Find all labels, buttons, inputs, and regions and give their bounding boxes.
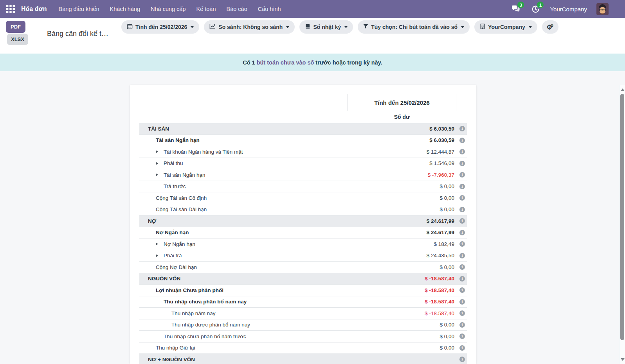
app-name[interactable]: Hóa đơn [21, 5, 47, 13]
info-icon[interactable]: i [459, 334, 465, 339]
info-icon[interactable]: i [459, 218, 465, 224]
nav-item-vendors[interactable]: Nhà cung cấp [151, 6, 186, 12]
row-value: $ 0,00 [439, 322, 454, 328]
info-banner: Có 1 bút toán chưa vào sổ trước hoặc tro… [0, 54, 625, 71]
user-avatar[interactable] [596, 3, 609, 15]
user-company-name[interactable]: YourCompany [550, 6, 587, 13]
chevron-down-icon [529, 26, 532, 28]
row-value: $ -18.587,40 [425, 310, 454, 316]
unposted-entries-link[interactable]: bút toán chưa vào sổ [257, 59, 314, 66]
info-icon[interactable]: i [459, 345, 465, 351]
report-row[interactable]: Thu nhập chưa phân bổ năm trước$ 0,00i [139, 331, 467, 342]
report-row[interactable]: Tài sản Ngắn hạn$ -7.960,37i [139, 169, 467, 181]
row-label: Nợ Ngắn hạn [156, 230, 427, 235]
activities-clock-icon[interactable]: 1 [530, 4, 540, 14]
row-value: $ 0,00 [439, 183, 454, 189]
apps-grid-icon[interactable] [4, 2, 17, 16]
report-row[interactable]: Thu nhập năm nay$ -18.587,40i [139, 308, 467, 319]
row-value: $ -18.587,40 [425, 287, 454, 293]
settings-button[interactable]: ⚙⚙ [542, 20, 558, 34]
info-icon[interactable]: i [459, 207, 465, 212]
report-row[interactable]: NGUỒN VỐN$ -18.587,40i [139, 273, 467, 285]
comparison-filter-button[interactable]: So sánh: Không so sánh [204, 20, 295, 34]
info-icon[interactable]: i [459, 299, 465, 305]
info-icon[interactable]: i [459, 149, 465, 154]
date-filter-button[interactable]: Tính đến 25/02/2026 [121, 20, 199, 34]
report-row[interactable]: Lợi nhuận Chưa phân phối$ -18.587,40i [139, 285, 467, 296]
report-row[interactable]: Trả trước$ 0,00i [139, 181, 467, 193]
report-row[interactable]: Phải thu$ 1.546,09i [139, 158, 467, 170]
row-label: Tài khoản Ngân hàng và Tiền mặt [164, 149, 427, 155]
report-row[interactable]: TÀI SẢN$ 6.030,59i [139, 123, 467, 135]
messages-icon[interactable]: 3 [511, 4, 521, 14]
row-label: Thu nhập chưa phân bổ năm trước [164, 334, 439, 339]
control-panel: PDF XLSX Bảng cân đối kế t… Tính đến 25/… [0, 18, 625, 54]
report-row[interactable]: NỢ$ 24.617,99i [139, 215, 467, 227]
info-icon[interactable]: i [459, 230, 465, 235]
info-icon[interactable]: i [459, 161, 465, 166]
report-row[interactable]: NỢ + NGUỒN VỐNi [139, 354, 467, 364]
expand-caret-icon[interactable] [156, 150, 158, 153]
report-row[interactable]: Cộng Tài sản Dài hạn$ 0,00i [139, 204, 467, 216]
info-icon[interactable]: i [459, 126, 465, 131]
report-row[interactable]: Thu nhập chưa phân bổ năm nay$ -18.587,4… [139, 296, 467, 308]
row-value: $ 6.030,59 [429, 126, 454, 132]
info-icon[interactable]: i [459, 241, 465, 247]
scroll-up-arrow-icon[interactable] [621, 88, 625, 91]
nav-item-configuration[interactable]: Cấu hình [258, 6, 281, 12]
nav-item-accounting[interactable]: Kế toán [196, 6, 216, 12]
row-value: $ 0,00 [439, 206, 454, 212]
scrollbar-thumb[interactable] [620, 94, 624, 340]
expand-caret-icon[interactable] [156, 173, 158, 176]
report-row[interactable]: Thu nhập được phân bổ năm nay$ 0,00i [139, 319, 467, 331]
info-icon[interactable]: i [459, 310, 465, 316]
info-icon[interactable]: i [459, 357, 465, 362]
expand-caret-icon[interactable] [156, 162, 158, 165]
expand-caret-icon[interactable] [156, 242, 158, 246]
report-row[interactable]: Nợ Ngắn hạn$ 24.617,99i [139, 227, 467, 239]
navbar-right: 3 1 YourCompany [511, 3, 609, 15]
pdf-button[interactable]: PDF [6, 21, 25, 33]
funnel-icon [363, 24, 368, 30]
options-filter-button[interactable]: Tùy chọn: Chỉ bút toán đã vào sổ [358, 20, 470, 34]
xlsx-button[interactable]: XLSX [7, 34, 28, 45]
report-row[interactable]: Tài sản Ngắn hạn$ 6.030,59i [139, 135, 467, 147]
company-selector-button[interactable]: YourCompany [474, 20, 537, 34]
info-icon[interactable]: i [459, 264, 465, 270]
info-icon[interactable]: i [459, 253, 465, 258]
info-icon[interactable]: i [459, 184, 465, 189]
report-row[interactable]: Tài khoản Ngân hàng và Tiền mặt$ 12.444,… [139, 146, 467, 158]
row-label: Phải trả [164, 253, 427, 258]
row-label: Thu nhập năm nay [171, 310, 425, 316]
report-rows: TÀI SẢN$ 6.030,59iTài sản Ngắn hạn$ 6.03… [139, 123, 467, 364]
info-icon[interactable]: i [459, 195, 465, 201]
info-icon[interactable]: i [459, 138, 465, 143]
report-row[interactable]: Nợ Ngắn hạn$ 182,49i [139, 238, 467, 250]
report-row[interactable]: Phải trả$ 24.435,50i [139, 250, 467, 262]
activities-badge: 1 [537, 2, 544, 8]
row-label: Cộng Tài sản Dài hạn [156, 206, 439, 212]
report-row[interactable]: Thu nhập Giữ lại$ 0,00i [139, 342, 467, 354]
nav-item-dashboard[interactable]: Bảng điều khiển [59, 6, 99, 12]
scroll-down-arrow-icon[interactable] [621, 358, 625, 361]
journals-filter-button[interactable]: Sổ nhật ký [299, 20, 353, 34]
report-row[interactable]: Cộng Nợ Dài hạn$ 0,00i [139, 262, 467, 273]
date-filter-label: Tính đến 25/02/2026 [135, 24, 187, 30]
nav-item-reporting[interactable]: Báo cáo [226, 6, 247, 12]
info-icon[interactable]: i [459, 322, 465, 328]
row-value: $ 12.444,87 [427, 149, 454, 155]
vertical-scrollbar[interactable] [619, 85, 625, 364]
nav-item-customers[interactable]: Khách hàng [110, 6, 140, 12]
info-icon[interactable]: i [459, 276, 465, 282]
expand-caret-icon[interactable] [156, 254, 158, 257]
chevron-down-icon [191, 26, 194, 28]
export-buttons: PDF XLSX [6, 21, 28, 45]
journals-filter-label: Sổ nhật ký [313, 24, 341, 30]
info-icon[interactable]: i [459, 287, 465, 293]
row-value: $ 0,00 [439, 345, 454, 351]
row-value: $ -18.587,40 [425, 299, 454, 305]
report-row[interactable]: Cộng Tài sản Cố định$ 0,00i [139, 192, 467, 204]
row-value: $ 0,00 [439, 264, 454, 270]
page-title: Bảng cân đối kế t… [47, 30, 108, 38]
info-icon[interactable]: i [459, 172, 465, 178]
